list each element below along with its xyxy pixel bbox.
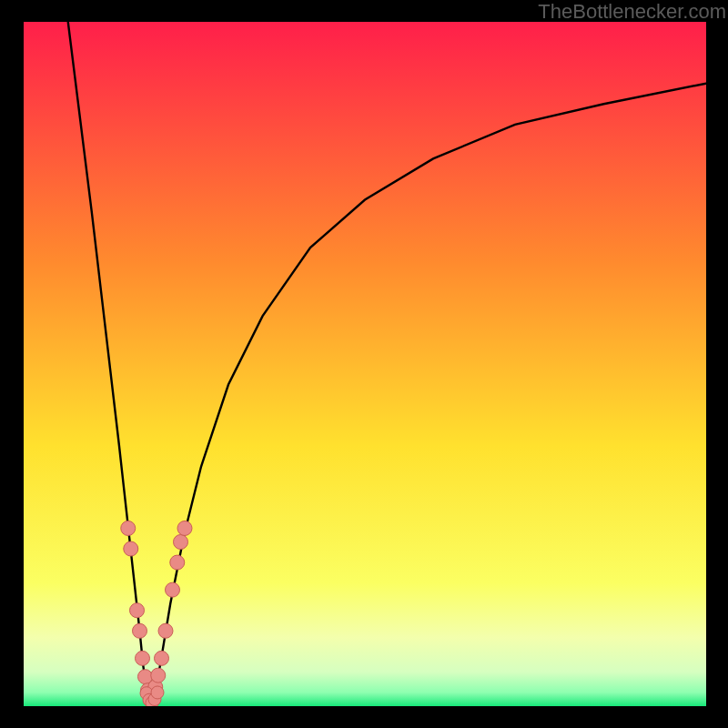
data-point: [151, 668, 166, 682]
data-point: [151, 686, 164, 699]
watermark-text: TheBottlenecker.com: [538, 0, 726, 24]
plot-area: [24, 22, 706, 706]
data-point: [177, 521, 192, 535]
data-point: [158, 623, 173, 638]
data-point: [166, 582, 180, 597]
data-point: [155, 651, 169, 665]
data-point: [121, 521, 136, 535]
chart-frame: TheBottlenecker.com: [0, 0, 728, 728]
gradient-background: [24, 22, 706, 706]
data-point: [136, 651, 150, 665]
data-point: [133, 623, 147, 638]
data-point: [130, 603, 145, 618]
data-point: [124, 541, 138, 556]
chart-svg: [24, 22, 706, 706]
data-point: [170, 555, 185, 570]
data-point: [174, 535, 188, 550]
